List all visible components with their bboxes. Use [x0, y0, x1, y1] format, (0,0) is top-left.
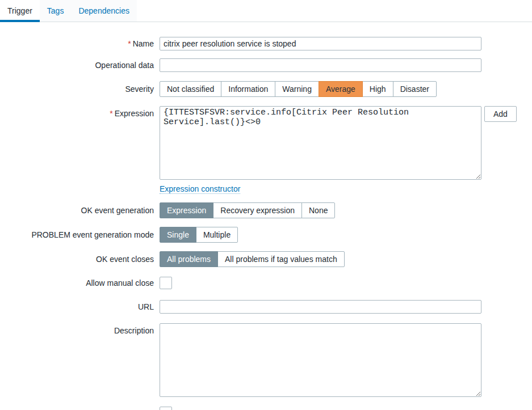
description-label: Description: [0, 323, 160, 397]
url-row: URL: [0, 300, 532, 314]
expression-constructor-link[interactable]: Expression constructor: [160, 184, 240, 194]
expression-row: *Expression {ITTESTSFSVR:service.info[Ci…: [0, 106, 532, 194]
ok-event-generation-segmented-control: Expression Recovery expression None: [160, 202, 335, 218]
name-row: *Name: [0, 37, 532, 50]
operational-data-input[interactable]: [160, 58, 481, 72]
severity-warning-button[interactable]: Warning: [275, 81, 319, 97]
tab-dependencies-label: Dependencies: [78, 6, 129, 15]
tab-bar: Trigger Tags Dependencies: [0, 0, 532, 22]
ok-event-closes-label: OK event closes: [0, 251, 160, 267]
required-asterisk: *: [110, 109, 112, 118]
expression-textarea[interactable]: {ITTESTSFSVR:service.info[Citrix Peer Re…: [160, 106, 481, 180]
ok-event-generation-none-button[interactable]: None: [301, 202, 335, 218]
tab-dependencies[interactable]: Dependencies: [71, 0, 137, 22]
severity-label: Severity: [0, 81, 160, 97]
severity-not-classified-button[interactable]: Not classified: [160, 81, 221, 97]
operational-data-row: Operational data: [0, 58, 532, 72]
operational-data-label: Operational data: [0, 58, 160, 72]
severity-information-button[interactable]: Information: [221, 81, 275, 97]
tab-tags[interactable]: Tags: [40, 0, 72, 22]
trigger-form: *Name Operational data Severity Not clas…: [0, 22, 532, 410]
url-input[interactable]: [160, 300, 481, 314]
name-label: *Name: [0, 37, 160, 50]
tab-trigger-label: Trigger: [7, 6, 32, 15]
severity-average-button[interactable]: Average: [319, 81, 363, 97]
partial-bottom-label: [0, 407, 160, 410]
description-textarea[interactable]: [160, 323, 481, 397]
ok-event-generation-expression-button[interactable]: Expression: [160, 202, 213, 218]
problem-event-generation-mode-label: PROBLEM event generation mode: [0, 227, 160, 243]
partial-bottom-row: [0, 407, 532, 410]
ok-event-generation-recovery-expression-button[interactable]: Recovery expression: [213, 202, 302, 218]
ok-event-closes-tag-values-button[interactable]: All problems if tag values match: [217, 251, 345, 267]
severity-high-button[interactable]: High: [362, 81, 393, 97]
allow-manual-close-row: Allow manual close: [0, 277, 532, 289]
partial-checkbox[interactable]: [160, 407, 172, 410]
url-label: URL: [0, 300, 160, 314]
severity-disaster-button[interactable]: Disaster: [393, 81, 437, 97]
problem-event-generation-mode-segmented-control: Single Multiple: [160, 227, 238, 243]
expression-add-button[interactable]: Add: [484, 106, 517, 122]
problem-event-generation-mode-row: PROBLEM event generation mode Single Mul…: [0, 227, 532, 243]
problem-mode-single-button[interactable]: Single: [160, 227, 196, 243]
severity-segmented-control: Not classified Information Warning Avera…: [160, 81, 437, 97]
expression-label: *Expression: [0, 106, 160, 194]
ok-event-closes-all-problems-button[interactable]: All problems: [160, 251, 218, 267]
severity-row: Severity Not classified Information Warn…: [0, 81, 532, 97]
ok-event-generation-row: OK event generation Expression Recovery …: [0, 202, 532, 218]
tab-tags-label: Tags: [47, 6, 64, 15]
allow-manual-close-label: Allow manual close: [0, 277, 160, 289]
name-input[interactable]: [160, 37, 481, 50]
allow-manual-close-checkbox[interactable]: [160, 277, 172, 289]
ok-event-closes-row: OK event closes All problems All problem…: [0, 251, 532, 267]
description-row: Description: [0, 323, 532, 397]
required-asterisk: *: [128, 39, 131, 48]
ok-event-generation-label: OK event generation: [0, 202, 160, 218]
problem-mode-multiple-button[interactable]: Multiple: [196, 227, 238, 243]
ok-event-closes-segmented-control: All problems All problems if tag values …: [160, 251, 345, 267]
tab-trigger[interactable]: Trigger: [0, 0, 40, 22]
